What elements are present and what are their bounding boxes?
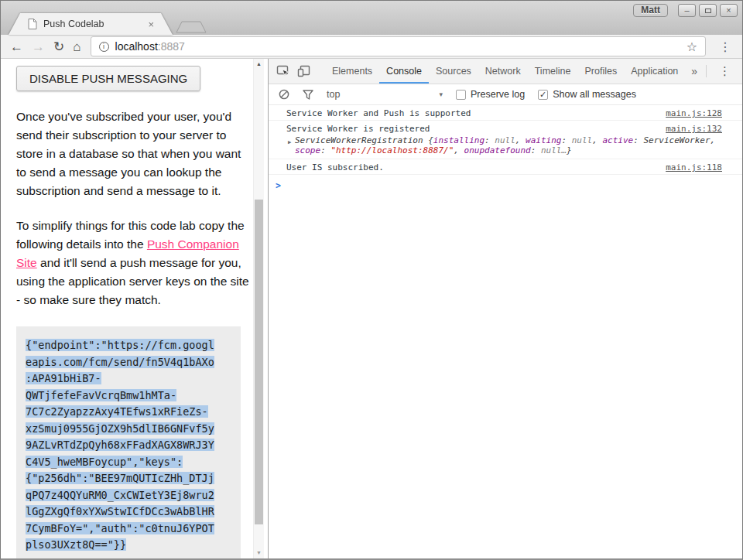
context-label: top — [327, 89, 340, 100]
devtools-tabbar: ElementsConsoleSourcesNetworkTimelinePro… — [269, 59, 742, 84]
devtools-tab-profiles[interactable]: Profiles — [577, 59, 624, 84]
home-icon[interactable]: ⌂ — [73, 40, 80, 53]
window-controls: Matt – × — [633, 4, 738, 17]
chevron-down-icon: ▾ — [439, 90, 443, 98]
devtools-tab-elements[interactable]: Elements — [325, 59, 379, 84]
paragraph-subscription: Once you've subscribed your user, you'd … — [16, 108, 250, 200]
object-preview-text: ServiceWorkerRegistration {installing: n… — [295, 135, 715, 155]
title-bar: Matt – × Push Codelab × — [1, 1, 742, 35]
devtools-tab-sources[interactable]: Sources — [429, 59, 478, 84]
scroll-up-icon[interactable]: ▲ — [254, 61, 264, 67]
page-scrollbar[interactable]: ▲ ▼ — [253, 59, 264, 558]
inspect-element-icon[interactable] — [276, 65, 290, 77]
console-message: Service Worker and Push is supported mai… — [269, 105, 742, 121]
browser-menu-icon[interactable]: ⋮ — [714, 39, 736, 54]
browser-tab[interactable]: Push Codelab × — [9, 13, 173, 35]
device-toolbar-icon[interactable] — [297, 65, 310, 77]
page-viewport: DISABLE PUSH MESSAGING Once you've subsc… — [1, 59, 268, 558]
reload-icon[interactable]: ↻ — [53, 40, 64, 53]
code-block: {"endpoint":"https://fcm.googleapis.com/… — [16, 326, 241, 558]
source-link[interactable]: main.js:118 — [666, 162, 722, 172]
object-preview[interactable]: ▶ ServiceWorkerRegistration {installing:… — [269, 135, 742, 159]
devtools-panel: ElementsConsoleSourcesNetworkTimelinePro… — [268, 59, 742, 558]
devtools-tab-console[interactable]: Console — [379, 59, 429, 84]
maximize-button[interactable] — [699, 4, 717, 17]
devtools-tab-application[interactable]: Application — [624, 59, 685, 84]
preserve-log-label: Preserve log — [471, 89, 525, 100]
console-message: User IS subscribed. main.js:118 — [269, 159, 742, 175]
console-message-text: Service Worker is registered — [286, 124, 430, 134]
prompt-chevron-icon: > — [276, 180, 281, 191]
bookmark-star-icon[interactable]: ☆ — [687, 39, 697, 54]
show-all-messages-label: Show all messages — [553, 89, 636, 100]
devtools-tabs: ElementsConsoleSourcesNetworkTimelinePro… — [325, 59, 685, 84]
scrollbar-thumb[interactable] — [255, 200, 263, 524]
address-bar[interactable]: i localhost:8887 ☆ — [91, 36, 706, 56]
disable-push-button[interactable]: DISABLE PUSH MESSAGING — [16, 66, 200, 91]
browser-toolbar: ← → ↻ ⌂ i localhost:8887 ☆ ⋮ — [1, 35, 742, 59]
preserve-log-checkbox[interactable] — [456, 90, 466, 100]
page-info-icon[interactable]: i — [99, 42, 109, 52]
scroll-down-icon[interactable]: ▼ — [254, 550, 264, 555]
url-text: localhost:8887 — [115, 40, 185, 53]
window-close-icon: × — [726, 6, 731, 15]
more-tabs-icon[interactable]: » — [685, 59, 704, 84]
show-all-messages-toggle[interactable]: ✓ Show all messages — [538, 89, 636, 100]
console-filterbar: top ▾ Preserve log ✓ Show all messages — [269, 84, 742, 105]
toolbar-divider — [706, 65, 707, 77]
preserve-log-toggle[interactable]: Preserve log — [456, 89, 525, 100]
browser-window: Matt – × Push Codelab × ← → ↻ ⌂ i localh… — [0, 0, 743, 560]
forward-icon: → — [32, 40, 45, 53]
window-close-button[interactable]: × — [720, 4, 738, 17]
devtools-tab-network[interactable]: Network — [478, 59, 528, 84]
back-icon[interactable]: ← — [10, 40, 23, 53]
devtools-menu-icon[interactable]: ⋮ — [712, 59, 738, 84]
filter-icon[interactable] — [303, 90, 313, 100]
source-link[interactable]: main.js:132 — [666, 124, 722, 134]
new-tab-button[interactable] — [174, 21, 207, 33]
devtools-tab-timeline[interactable]: Timeline — [528, 59, 578, 84]
console-message-text: User IS subscribed. — [286, 162, 384, 172]
devtools-close-icon[interactable]: × — [738, 59, 743, 84]
console-message-text: Service Worker and Push is supported — [286, 108, 471, 118]
show-all-messages-checkbox[interactable]: ✓ — [538, 90, 548, 100]
minimize-icon: – — [684, 6, 689, 15]
page-favicon-icon — [28, 19, 37, 29]
minimize-button[interactable]: – — [678, 4, 696, 17]
console-output: Service Worker and Push is supported mai… — [269, 105, 742, 558]
profile-button[interactable]: Matt — [633, 4, 668, 17]
expand-triangle-icon[interactable]: ▶ — [288, 138, 291, 148]
tab-title: Push Codelab — [43, 19, 142, 29]
maximize-icon — [705, 9, 711, 13]
tab-close-icon[interactable]: × — [148, 19, 154, 29]
paragraph-companion: To simplify things for this code lab cop… — [16, 217, 250, 309]
console-prompt[interactable]: > — [269, 175, 742, 191]
clear-console-icon[interactable] — [279, 89, 289, 100]
console-message-group: Service Worker is registered main.js:132… — [269, 121, 742, 159]
source-link[interactable]: main.js:128 — [666, 108, 722, 118]
execution-context-select[interactable]: top ▾ — [327, 89, 443, 100]
